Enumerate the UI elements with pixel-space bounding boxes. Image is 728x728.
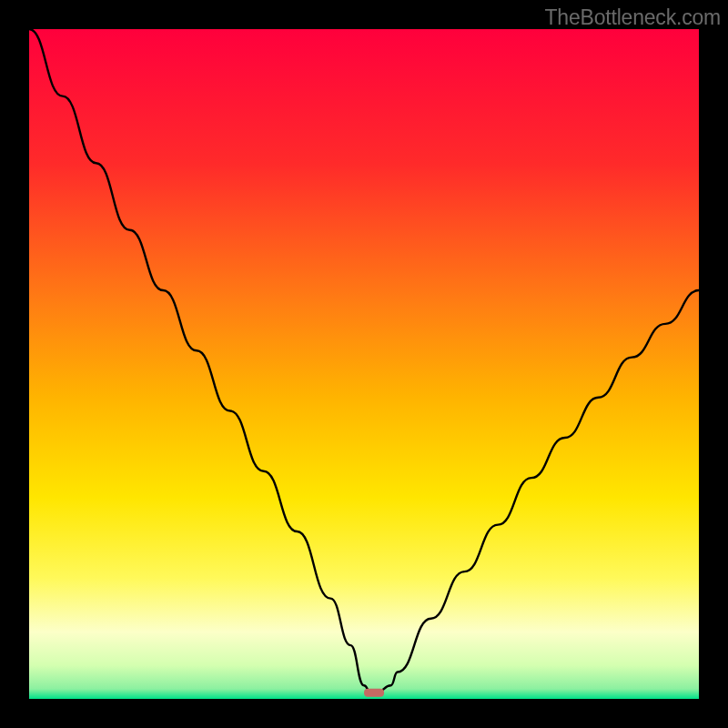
optimal-marker [364, 689, 384, 697]
plot-area [29, 29, 699, 699]
watermark-text: TheBottleneck.com [545, 5, 721, 30]
gradient-background [29, 29, 699, 699]
chart-frame: TheBottleneck.com [0, 0, 728, 728]
bottleneck-chart [29, 29, 699, 699]
